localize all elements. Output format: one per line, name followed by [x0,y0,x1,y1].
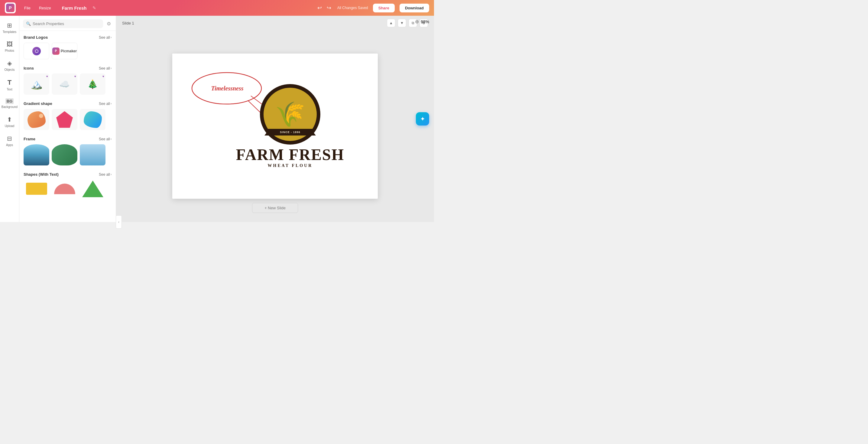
gradient-shape-1[interactable] [24,109,49,130]
see-all-chevron-2: › [111,66,112,70]
slide-canvas[interactable]: Timelessness 🌾 SINCE - 1896 FARM FRESH W… [172,54,378,199]
sidebar-item-text[interactable]: T Text [1,76,18,94]
sidebar-item-apps[interactable]: ⊟ Apps [1,132,18,150]
cloud-icon: ☁️ [59,79,70,89]
brand-logos-grid: ⬡ P Picmaker [24,42,112,59]
frame-header: Frame See all › [24,137,112,141]
search-icon: 🔍 [26,22,31,26]
slide-up-button[interactable]: ▲ [387,19,395,27]
frame-see-all[interactable]: See all › [99,137,112,141]
logo-banner: SINCE - 1896 [265,129,316,136]
search-input[interactable] [33,22,100,26]
brand-logo-item-1[interactable]: ⬡ [24,42,49,59]
undo-button[interactable]: ↩ [316,3,323,12]
canva-logo-icon: ⬡ [32,47,41,55]
download-button[interactable]: Download [400,4,429,12]
objects-label: Objects [4,68,15,71]
icons-title: Icons [24,66,34,70]
see-all-chevron-3: › [111,102,112,105]
text-label: Text [7,88,12,91]
photos-label: Photos [5,49,14,52]
blob-blue-shape [84,111,102,128]
frame-item-mountains[interactable] [24,144,49,166]
new-slide-button[interactable]: + New Slide [252,203,298,213]
shapes-with-text-see-all[interactable]: See all › [99,172,112,177]
filter-icon[interactable]: ⚙ [105,20,112,28]
brand-logos-section: Brand Logos See all › ⬡ P Picmaker [19,31,116,62]
shapes-with-text-section: Shapes (With Text) See all › [19,168,116,200]
swt-item-3[interactable] [80,180,105,198]
canvas-area: ⊕ 98% Slide 1 ▲ ▼ ⧉ ⊕ [116,16,434,222]
mountains-frame-shape [24,144,49,166]
ornament-icon: 🎄 [87,79,98,89]
swt-item-1[interactable] [24,180,49,198]
swt-item-2[interactable] [52,180,78,198]
farm-fresh-logo: 🌾 SINCE - 1896 FARM FRESH WHEAT FLOUR [236,84,344,168]
brand-logos-see-all[interactable]: See all › [99,35,112,40]
project-title: Farm Fresh [62,5,87,10]
share-button[interactable]: Share [373,4,395,12]
triangle-green-shape [82,181,103,197]
zoom-icon: ⊕ [415,19,419,25]
brand-logo-item-2[interactable]: P Picmaker [52,42,78,59]
gradient-shape-2[interactable] [52,109,78,130]
sidebar-item-templates[interactable]: ⊞ Templates [1,19,18,37]
apps-icon: ⊟ [7,135,12,142]
shapes-with-text-grid [24,180,112,198]
icons-see-all[interactable]: See all › [99,66,112,70]
brand-logos-title: Brand Logos [24,35,48,40]
icon-item-2[interactable]: ☁️ ♥ [52,73,78,95]
upload-label: Upload [5,124,14,128]
see-all-chevron-4: › [111,137,112,141]
picmaker-icon: P [52,48,60,55]
apps-label: Apps [6,143,13,147]
icons-header: Icons See all › [24,66,112,70]
panel-collapse-arrow[interactable]: ‹ [116,215,122,222]
gradient-shapes-grid [24,109,112,130]
frame-title: Frame [24,137,35,141]
rect-yellow-shape [26,183,47,195]
sidebar-item-background[interactable]: BG Background [1,95,18,112]
see-all-chevron-5: › [111,173,112,176]
background-icon: BG [5,98,14,104]
app-logo[interactable]: P [5,2,16,13]
frame-item-whale[interactable] [80,144,105,166]
gradient-shape-3[interactable] [80,109,105,130]
semicircle-pink-shape [54,184,75,194]
sidebar-icons: ⊞ Templates 🖼 Photos ◈ Objects T Text BG… [0,16,19,222]
zoom-indicator: ⊕ 98% [415,19,429,25]
left-panel: 🔍 ⚙ Brand Logos See all › ⬡ P [19,16,116,222]
frame-item-apple[interactable] [52,144,78,166]
search-input-wrapper[interactable]: 🔍 [23,19,103,28]
icon-item-3[interactable]: 🎄 ♥ [80,73,105,95]
sidebar-item-objects[interactable]: ◈ Objects [1,57,18,75]
apple-frame-shape [52,144,78,166]
saved-status: All Changes Saved [337,6,368,10]
logo-circle: 🌾 SINCE - 1896 [260,84,320,145]
icons-grid: 🏔️ ♥ ☁️ ♥ 🎄 ♥ [24,73,112,95]
see-all-chevron: › [111,36,112,39]
topbar-menu: File Resize [21,4,55,12]
blob-orange-shape [28,111,45,128]
whale-frame-shape [80,144,105,166]
slide-down-button[interactable]: ▼ [398,19,406,27]
gradient-shape-see-all[interactable]: See all › [99,101,112,106]
frame-section: Frame See all › [19,132,116,168]
slide-label: Slide 1 [122,21,134,25]
fav-icon-1: ♥ [46,75,48,78]
floating-assistant-button[interactable]: ✦ [416,112,429,125]
sidebar-item-upload[interactable]: ⬆ Upload [1,113,18,131]
file-menu-item[interactable]: File [21,4,34,12]
sidebar-item-photos[interactable]: 🖼 Photos [1,38,18,55]
logo-sub-text: WHEAT FLOUR [268,163,313,168]
logo-main-text: FARM FRESH [236,147,344,163]
redo-button[interactable]: ↪ [326,3,333,12]
edit-title-icon[interactable]: ✎ [92,5,96,10]
shapes-with-text-header: Shapes (With Text) See all › [24,172,112,177]
templates-label: Templates [3,30,17,34]
assistant-icon: ✦ [420,115,425,122]
gradient-shape-header: Gradient shape See all › [24,101,112,106]
icon-item-1[interactable]: 🏔️ ♥ [24,73,49,95]
resize-menu-item[interactable]: Resize [35,4,55,12]
logo-icon: P [6,4,14,12]
